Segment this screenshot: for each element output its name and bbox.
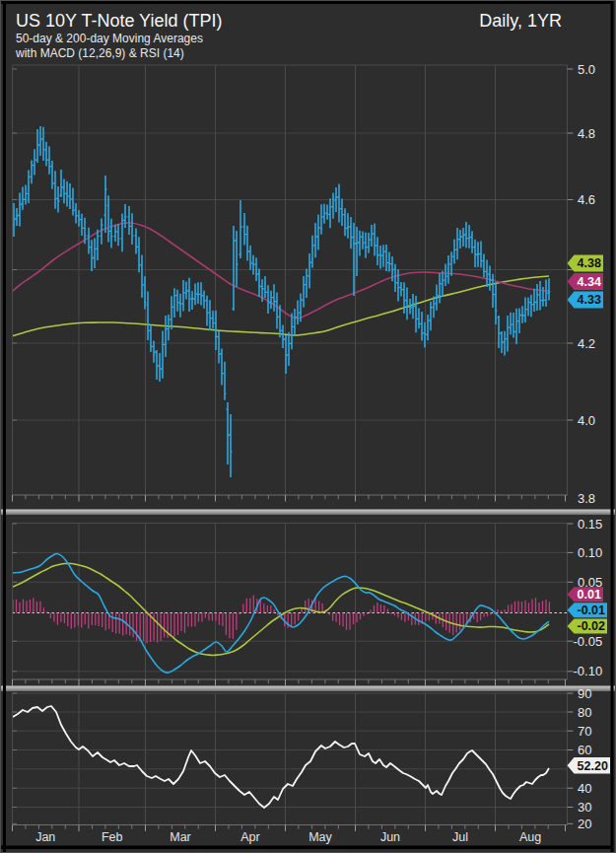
- svg-text:52.20: 52.20: [578, 759, 608, 773]
- svg-text:4.2: 4.2: [578, 336, 595, 351]
- svg-text:-0.05: -0.05: [574, 634, 603, 649]
- svg-text:-0.02: -0.02: [578, 619, 606, 633]
- svg-text:5.0: 5.0: [578, 62, 595, 77]
- svg-text:30: 30: [578, 800, 591, 815]
- svg-text:Daily, 1YR: Daily, 1YR: [479, 11, 562, 31]
- svg-text:with MACD (12,26,9) & RSI (14): with MACD (12,26,9) & RSI (14): [15, 46, 184, 60]
- svg-text:40: 40: [578, 781, 591, 796]
- svg-text:0.15: 0.15: [578, 517, 602, 532]
- svg-text:Mar: Mar: [170, 830, 191, 844]
- svg-text:4.0: 4.0: [578, 413, 595, 428]
- svg-text:-0.01: -0.01: [578, 604, 606, 617]
- svg-text:3.8: 3.8: [578, 491, 595, 506]
- svg-text:Jun: Jun: [380, 830, 400, 844]
- svg-text:Apr: Apr: [240, 830, 259, 844]
- svg-text:4.33: 4.33: [578, 293, 601, 307]
- svg-text:50-day & 200-day Moving Averag: 50-day & 200-day Moving Averages: [16, 32, 203, 45]
- svg-text:US 10Y T-Note Yield (TPI): US 10Y T-Note Yield (TPI): [16, 11, 222, 31]
- svg-text:80: 80: [578, 705, 591, 720]
- svg-text:Jan: Jan: [35, 830, 55, 844]
- svg-text:60: 60: [578, 743, 591, 757]
- svg-text:0.01: 0.01: [578, 588, 601, 602]
- svg-text:70: 70: [578, 724, 591, 739]
- svg-text:4.34: 4.34: [578, 275, 601, 289]
- svg-text:20: 20: [578, 817, 591, 831]
- svg-text:Feb: Feb: [102, 830, 123, 844]
- svg-text:Jul: Jul: [452, 830, 468, 844]
- svg-text:90: 90: [578, 686, 591, 701]
- svg-text:Aug: Aug: [519, 830, 541, 844]
- svg-text:4.8: 4.8: [578, 126, 595, 141]
- svg-text:0.10: 0.10: [578, 545, 602, 560]
- svg-text:4.38: 4.38: [578, 256, 601, 270]
- svg-text:-0.10: -0.10: [574, 664, 603, 678]
- svg-text:4.6: 4.6: [578, 192, 595, 207]
- svg-text:May: May: [308, 830, 332, 844]
